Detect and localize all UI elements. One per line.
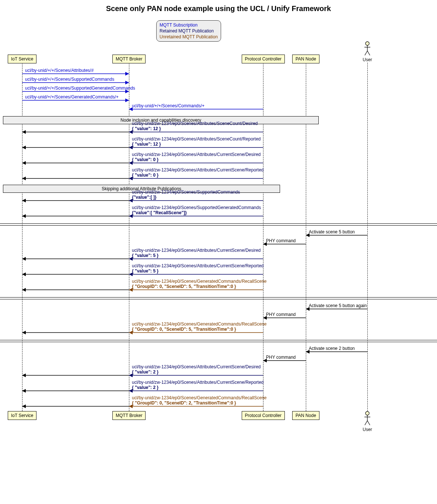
message-payload: { "value": 12 } bbox=[132, 126, 258, 131]
message-arrow bbox=[22, 404, 129, 409]
svg-point-79 bbox=[366, 411, 369, 415]
message-label: ucl/by-unid/zw-1234/ep0/Scenes/Attribute… bbox=[132, 167, 264, 178]
legend-retained: Retained MQTT Publication bbox=[160, 28, 218, 34]
message-label: PHY command bbox=[266, 355, 296, 360]
svg-line-78 bbox=[367, 51, 370, 55]
message-label: ucl/by-unid/zw-1234/ep0/Scenes/Attribute… bbox=[132, 263, 264, 274]
message-arrow bbox=[22, 161, 129, 165]
svg-marker-33 bbox=[22, 214, 26, 218]
diagram-title: Scene only PAN node example using the UC… bbox=[0, 4, 437, 13]
message-arrow bbox=[22, 389, 129, 393]
lifeline-broker bbox=[129, 63, 129, 411]
message-topic: PHY command bbox=[266, 312, 296, 317]
message-topic: ucl/by-unid/zw-1234/ep0/Scenes/Generated… bbox=[132, 279, 267, 284]
separator-line bbox=[0, 223, 437, 226]
participant-pan: PAN Node bbox=[292, 411, 319, 420]
svg-marker-73 bbox=[22, 404, 26, 408]
message-topic: PHY command bbox=[266, 238, 296, 243]
participant-iot: IoT Service bbox=[8, 411, 36, 420]
participant-pan: PAN Node bbox=[292, 55, 319, 63]
message-arrow bbox=[22, 130, 129, 134]
svg-marker-1 bbox=[125, 72, 129, 76]
actor-label: User bbox=[362, 57, 373, 62]
message-label: ucl/by-unid/zw-1234/ep0/Scenes/Attribute… bbox=[132, 364, 261, 375]
participant-pc: Protocol Controller bbox=[242, 411, 285, 420]
message-arrow bbox=[22, 272, 129, 277]
message-topic: ucl/by-unid/+/+/Scenes/Commands/+ bbox=[132, 103, 204, 108]
legend-subscription: MQTT Subscription bbox=[160, 22, 218, 28]
svg-point-74 bbox=[366, 42, 369, 45]
message-topic: ucl/by-unid/zw-1234/ep0/Scenes/Generated… bbox=[132, 395, 267, 400]
legend-unretained: Unretained MQTT Publication bbox=[160, 34, 218, 40]
legend-box: MQTT Subscription Retained MQTT Publicat… bbox=[156, 20, 221, 42]
message-label: Activate scene 5 button again bbox=[309, 303, 367, 308]
message-label: ucl/by-unid/zw-1234/ep0/Scenes/Attribute… bbox=[132, 380, 264, 390]
message-payload: { "value": 5 } bbox=[132, 253, 261, 258]
message-payload: { "GroupID": 0, "SceneID": 5, "Transitio… bbox=[132, 327, 267, 332]
message-topic: ucl/by-unid/zw-1234/ep0/Scenes/Attribute… bbox=[132, 364, 261, 369]
svg-line-82 bbox=[365, 421, 367, 425]
separator-line bbox=[0, 340, 437, 342]
message-payload: { "value": 2 } bbox=[132, 369, 261, 375]
message-label: ucl/by-unid/zw-1234/ep0/Scenes/Supported… bbox=[132, 190, 240, 200]
message-label: ucl/by-unid/zw-1234/ep0/Scenes/Generated… bbox=[132, 395, 267, 406]
message-topic: ucl/by-unid/zw-1234/ep0/Scenes/Supported… bbox=[132, 190, 240, 195]
message-label: PHY command bbox=[266, 312, 296, 317]
participant-broker: MQTT Broker bbox=[112, 55, 146, 63]
svg-line-77 bbox=[365, 51, 367, 55]
message-label: ucl/by-unid/+/+/Scenes/Commands/+ bbox=[132, 103, 204, 108]
message-topic: ucl/by-unid/zw-1234/ep0/Scenes/Attribute… bbox=[132, 121, 258, 126]
svg-marker-49 bbox=[22, 288, 26, 292]
svg-marker-3 bbox=[125, 81, 129, 84]
svg-marker-41 bbox=[22, 257, 26, 261]
message-topic: ucl/by-unid/zw-1234/ep0/Scenes/Supported… bbox=[132, 205, 261, 210]
svg-marker-13 bbox=[22, 130, 26, 134]
svg-marker-29 bbox=[22, 199, 26, 202]
message-topic: ucl/by-unid/zw-1234/ep0/Scenes/Generated… bbox=[132, 321, 267, 327]
svg-marker-69 bbox=[22, 389, 26, 393]
message-label: ucl/by-unid/zw-1234/ep0/Scenes/Generated… bbox=[132, 279, 267, 289]
message-topic: ucl/by-unid/zw-1234/ep0/Scenes/Attribute… bbox=[132, 263, 264, 268]
svg-marker-17 bbox=[22, 146, 26, 149]
message-label: ucl/by-unid/zw-1234/ep0/Scenes/Attribute… bbox=[132, 152, 261, 162]
message-topic: Activate scene 2 button bbox=[309, 346, 355, 351]
actor-user: User bbox=[362, 41, 373, 62]
message-payload: { "value": 0 } bbox=[132, 173, 264, 178]
message-arrow bbox=[22, 198, 129, 203]
message-payload: { "value": 2 } bbox=[132, 385, 264, 390]
message-arrow bbox=[22, 257, 129, 261]
participant-broker: MQTT Broker bbox=[112, 411, 146, 420]
message-topic: ucl/by-unid/zw-1234/ep0/Scenes/Attribute… bbox=[132, 152, 261, 157]
message-arrow bbox=[22, 330, 129, 335]
message-label: ucl/by-unid/zw-1234/ep0/Scenes/Generated… bbox=[132, 321, 267, 332]
svg-marker-7 bbox=[125, 98, 129, 102]
message-label: Activate scene 5 button bbox=[309, 229, 355, 234]
message-label: ucl/by-unid/zw-1234/ep0/Scenes/Supported… bbox=[132, 205, 261, 215]
message-label: PHY command bbox=[266, 238, 296, 243]
svg-line-83 bbox=[367, 421, 370, 425]
message-topic: ucl/by-unid/zw-1234/ep0/Scenes/Attribute… bbox=[132, 248, 261, 253]
svg-marker-25 bbox=[22, 177, 26, 180]
message-topic: PHY command bbox=[266, 355, 296, 360]
message-label: ucl/by-unid/+/+/Scenes/GeneratedCommands… bbox=[25, 94, 119, 100]
message-topic: ucl/by-unid/+/+/Scenes/Attributes/# bbox=[25, 68, 94, 73]
message-label: Activate scene 2 button bbox=[309, 346, 355, 351]
message-arrow bbox=[22, 176, 129, 181]
message-topic: ucl/by-unid/zw-1234/ep0/Scenes/Attribute… bbox=[132, 136, 261, 142]
actor-user: User bbox=[362, 411, 373, 432]
message-label: ucl/by-unid/+/+/Scenes/SupportedCommands bbox=[25, 77, 114, 82]
message-label: ucl/by-unid/+/+/Scenes/SupportedGenerate… bbox=[25, 86, 135, 91]
message-topic: ucl/by-unid/+/+/Scenes/GeneratedCommands… bbox=[25, 94, 119, 100]
svg-marker-57 bbox=[22, 331, 26, 334]
message-label: ucl/by-unid/zw-1234/ep0/Scenes/Attribute… bbox=[132, 136, 261, 147]
message-label: ucl/by-unid/zw-1234/ep0/Scenes/Attribute… bbox=[132, 121, 258, 131]
message-topic: ucl/by-unid/+/+/Scenes/SupportedGenerate… bbox=[25, 86, 135, 91]
message-payload: { "value": 12 } bbox=[132, 142, 261, 147]
message-topic: ucl/by-unid/+/+/Scenes/SupportedCommands bbox=[25, 77, 114, 82]
message-label: ucl/by-unid/zw-1234/ep0/Scenes/Attribute… bbox=[132, 248, 261, 258]
svg-marker-65 bbox=[22, 373, 26, 377]
message-topic: Activate scene 5 button bbox=[309, 229, 355, 234]
participant-pc: Protocol Controller bbox=[242, 55, 285, 63]
message-arrow bbox=[22, 214, 129, 218]
message-topic: ucl/by-unid/zw-1234/ep0/Scenes/Attribute… bbox=[132, 380, 264, 385]
